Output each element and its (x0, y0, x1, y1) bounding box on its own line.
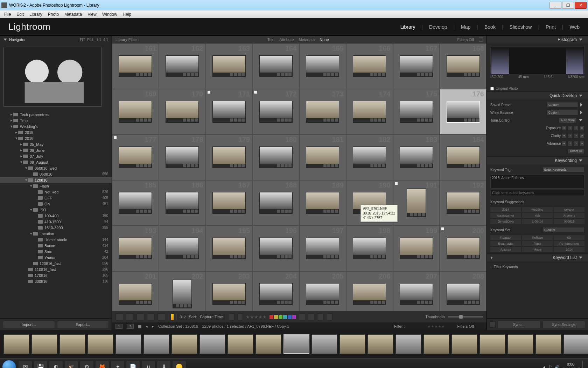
grid-view[interactable]: 1611621631641651661671681691701711721731… (112, 43, 486, 311)
original-photo-checkbox[interactable] (490, 87, 494, 90)
folder-120816[interactable]: ▾120816 (0, 177, 112, 183)
import-button[interactable]: Import... (3, 321, 55, 328)
nav-next-button[interactable] (326, 313, 332, 320)
maximize-button[interactable]: ❐ (562, 2, 574, 9)
status-filters-off[interactable]: Filters Off (457, 324, 474, 328)
folder-05_may[interactable]: ▸05_May (0, 141, 112, 147)
folder-on[interactable]: ON451 (0, 201, 112, 207)
grid-cell[interactable]: 208 (440, 271, 486, 311)
grid-cell[interactable]: 174 (346, 89, 393, 135)
clarity-dec[interactable]: ‹ (568, 133, 573, 138)
taskbar-app-icon[interactable]: 🦊 (95, 361, 109, 368)
grid-cell[interactable]: 199 (393, 226, 440, 271)
keyword-set-item[interactable]: Пейзаж (522, 235, 553, 240)
grid-cell[interactable]: 192 (440, 180, 486, 226)
folder-not-red[interactable]: Not Red826 (0, 189, 112, 195)
expand-icon[interactable] (579, 119, 582, 121)
keyword-suggestion[interactable]: корпоратив (490, 213, 521, 218)
filmstrip-thumb[interactable] (4, 334, 29, 354)
nav-fit[interactable]: FIT (80, 38, 85, 42)
disclosure-icon[interactable]: ▾ (24, 178, 28, 182)
grid-cell[interactable]: 202 (159, 271, 206, 311)
grid-cell[interactable]: 203 (206, 271, 253, 311)
filter-attribute[interactable]: Attribute (279, 38, 294, 42)
keyword-suggestion[interactable]: kids (522, 213, 553, 218)
keyword-suggestion[interactable]: wedding (522, 207, 553, 212)
painter-tool[interactable] (171, 314, 174, 320)
sync-settings-button[interactable]: Sync Settings (542, 321, 586, 328)
loupe-view-button[interactable] (126, 313, 134, 320)
disclosure-icon[interactable]: ▾ (29, 207, 33, 212)
filmstrip-thumb[interactable] (564, 334, 588, 354)
grid-cell[interactable]: 205 (299, 271, 346, 311)
filmstrip-thumb[interactable] (31, 334, 57, 354)
filmstrip[interactable] (0, 330, 588, 358)
start-button[interactable] (2, 360, 16, 368)
grid-cell[interactable]: 167 (393, 43, 440, 89)
clarity-inc2[interactable]: » (580, 133, 584, 138)
flag-pick-button[interactable] (229, 313, 234, 320)
filmstrip-thumb[interactable] (479, 334, 505, 354)
keyword-suggestion[interactable]: Artamns (554, 213, 584, 218)
grid-cell[interactable]: 191 (393, 180, 440, 226)
reset-all-button[interactable]: Reset All (568, 149, 584, 154)
filmstrip-thumb[interactable] (536, 334, 561, 354)
quick-develop-header[interactable]: Quick Develop (487, 92, 588, 100)
disclosure-icon[interactable]: ▾ (10, 124, 13, 129)
grid-cell[interactable]: 180 (252, 135, 299, 180)
grid-view-button[interactable] (115, 313, 123, 320)
keyword-set-item[interactable]: Юг (554, 235, 584, 240)
grid-cell[interactable]: 168 (440, 43, 486, 89)
filmstrip-thumb[interactable] (115, 334, 141, 354)
keyword-set-select[interactable]: Custom (542, 227, 584, 233)
close-button[interactable]: ✕ (575, 2, 587, 9)
menu-metadata[interactable]: Metadata (62, 12, 85, 17)
grid-cell[interactable]: 176 (440, 89, 486, 135)
filter-lock-icon[interactable] (479, 38, 483, 42)
exposure-dec[interactable]: ‹ (568, 125, 573, 131)
vibrance-dec2[interactable]: « (562, 141, 567, 146)
folder-location[interactable]: ▾Location (0, 231, 112, 237)
nav-4to1[interactable]: 4:1 (103, 38, 108, 42)
menu-window[interactable]: Window (99, 12, 120, 17)
grid-cell[interactable]: 165 (299, 43, 346, 89)
grid-cell[interactable]: 163 (206, 43, 253, 89)
grid-cell[interactable]: 162 (159, 43, 206, 89)
folder-tech-parametres[interactable]: ▸Tech parametres (0, 111, 112, 117)
grid-cell[interactable]: 177 (112, 135, 159, 180)
taskbar-app-icon[interactable]: 📄 (126, 361, 140, 368)
folder-home+studio[interactable]: Home+studio144 (0, 237, 112, 243)
expand-icon[interactable] (580, 111, 582, 114)
sort-value[interactable]: Capture Time (200, 315, 223, 319)
folder-100-400[interactable]: 100-400160 (0, 213, 112, 219)
folder-iso[interactable]: ▾ISO (0, 207, 112, 213)
folder-06_june[interactable]: ▸06_June (0, 147, 112, 153)
filmstrip-thumb[interactable] (200, 334, 225, 354)
taskbar-app-icon[interactable]: ✉ (18, 361, 32, 368)
secondary-display-1[interactable]: 1 (115, 324, 122, 329)
go-back-icon[interactable]: ◂ (146, 324, 148, 329)
filmstrip-thumb[interactable] (340, 334, 365, 354)
grid-cell[interactable]: 189 (299, 180, 346, 226)
disclosure-icon[interactable]: ▸ (20, 148, 23, 152)
grid-cell[interactable]: 166 (346, 43, 393, 89)
wb-select[interactable]: Custom (547, 110, 578, 115)
grid-cell[interactable]: 201 (112, 271, 159, 311)
nav-prev-button[interactable] (317, 313, 323, 320)
color-label-swatch[interactable] (283, 315, 287, 319)
filter-keywords-label[interactable]: Filter Keywords (494, 265, 584, 269)
histogram-header[interactable]: Histogram (487, 36, 588, 43)
flag-reject-button[interactable] (237, 313, 243, 320)
filmstrip-thumb[interactable] (172, 334, 197, 354)
menu-library[interactable]: Library (27, 12, 45, 17)
filter-text[interactable]: Text (267, 38, 274, 42)
add-keywords-input[interactable] (490, 190, 584, 196)
sync-button[interactable]: Sync... (497, 321, 540, 328)
disclosure-icon[interactable]: ▾ (24, 166, 28, 170)
folder-flash[interactable]: ▾Flash (0, 183, 112, 189)
keyword-set-item[interactable]: Путешествие (554, 241, 584, 246)
filmstrip-thumb[interactable] (59, 334, 85, 354)
nav-fill[interactable]: FILL (87, 38, 94, 42)
taskbar-app-icon[interactable]: ◐ (49, 361, 63, 368)
filmstrip-thumb[interactable] (396, 334, 421, 354)
